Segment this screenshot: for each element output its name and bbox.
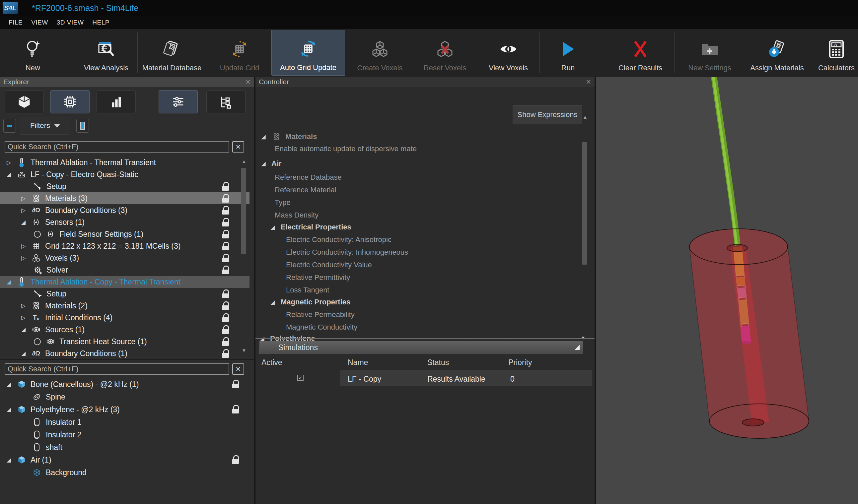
scroll-down-icon[interactable]: ▼ xyxy=(241,347,247,353)
column-header-priority[interactable]: Priority xyxy=(508,358,532,367)
tree-item[interactable]: ∂Ω Boundary Conditions (1) xyxy=(0,347,250,359)
tree-item[interactable]: Solver xyxy=(0,264,250,276)
menu-file[interactable]: FILE xyxy=(9,19,22,26)
column-header-status[interactable]: Status xyxy=(427,358,449,367)
radio-icon[interactable] xyxy=(34,231,41,238)
expand-icon[interactable] xyxy=(6,159,17,166)
material-database-button[interactable]: Material Database xyxy=(139,30,204,76)
auto-grid-update-button[interactable]: Auto Grid Update xyxy=(271,30,345,76)
tree-item[interactable]: Polyethylene - @2 kHz (3) xyxy=(0,403,250,416)
sim-name-cell[interactable]: LF - Copy xyxy=(348,375,381,384)
air-group[interactable]: Air xyxy=(261,159,282,168)
explorer-tab-analysis[interactable] xyxy=(97,90,136,113)
explorer-tab-simulation[interactable] xyxy=(50,90,90,113)
tree-item[interactable]: Transient Heat Source (1) xyxy=(0,336,250,347)
scroll-up-icon[interactable]: ▲ xyxy=(583,114,588,120)
view-analysis-button[interactable]: View Analysis xyxy=(76,30,136,76)
tree-item[interactable]: Insulator 1 xyxy=(0,416,250,428)
materials-group[interactable]: Materials xyxy=(261,132,317,141)
prop-label: Electric Conductivity Value xyxy=(286,261,372,269)
magnetic-properties-group[interactable]: Magnetic Properties xyxy=(271,298,350,306)
column-header-active[interactable]: Active xyxy=(261,358,282,367)
simulations-section-header[interactable]: Simulations xyxy=(259,341,583,354)
expand-icon[interactable] xyxy=(21,219,31,226)
lock-icon xyxy=(222,325,229,336)
collapse-all-button[interactable] xyxy=(3,119,16,133)
expand-icon[interactable] xyxy=(21,195,31,202)
expand-icon[interactable] xyxy=(21,243,31,250)
sim-priority-cell[interactable]: 0 xyxy=(510,375,514,384)
expand-icon[interactable] xyxy=(21,207,31,214)
assign-materials-button[interactable]: Assign Materials xyxy=(743,30,811,76)
tree-item[interactable]: Thermal Ablation - Thermal Transient xyxy=(0,157,250,168)
expand-icon[interactable] xyxy=(6,171,17,178)
tree-item[interactable]: Sources (1) xyxy=(0,324,250,336)
tree-item[interactable]: Materials (2) xyxy=(0,300,250,312)
scrollbar-thumb[interactable] xyxy=(241,168,246,254)
create-voxels-button[interactable]: Create Voxels xyxy=(349,30,411,76)
clear-results-button[interactable]: Clear Results xyxy=(608,30,673,76)
column-header-name[interactable]: Name xyxy=(348,358,368,367)
filters-button[interactable]: Filters xyxy=(20,117,70,135)
expand-icon[interactable] xyxy=(21,326,31,333)
tree-item[interactable]: shaft xyxy=(0,441,250,454)
tree-item[interactable]: Air (1) xyxy=(0,454,250,466)
expand-icon[interactable] xyxy=(6,381,17,388)
tree-item[interactable]: T₀ Initial Conditions (4) xyxy=(0,312,250,324)
tree-item[interactable]: Voxels (3) xyxy=(0,252,250,264)
view-voxels-button[interactable]: View Voxels xyxy=(479,30,538,76)
collapse-section-icon[interactable] xyxy=(574,345,579,350)
new-button[interactable]: New xyxy=(5,30,61,76)
menu-3d-view[interactable]: 3D VIEW xyxy=(57,19,84,26)
explorer-close-icon[interactable] xyxy=(245,78,251,86)
bar-chart-icon xyxy=(109,95,124,109)
explorer-tab-model[interactable] xyxy=(5,90,44,113)
tree-item[interactable]: LF - Copy - Electro Quasi-Static xyxy=(0,168,250,180)
menu-view[interactable]: VIEW xyxy=(31,19,48,26)
expand-icon[interactable] xyxy=(21,255,31,262)
tree-item[interactable]: Setup xyxy=(0,288,250,300)
lock-icon xyxy=(232,380,239,390)
scrollbar-thumb[interactable] xyxy=(582,142,587,265)
tree-item[interactable]: Insulator 2 xyxy=(0,428,250,441)
clear-materials-search-button[interactable] xyxy=(232,363,244,375)
cube-icon xyxy=(17,95,32,109)
expand-icon[interactable] xyxy=(21,314,31,321)
menu-help[interactable]: HELP xyxy=(92,19,110,26)
explorer-tab-controller[interactable] xyxy=(159,90,198,113)
panel-toggle-button[interactable] xyxy=(76,119,89,133)
tree-item-selected[interactable]: Materials (3) xyxy=(0,192,250,204)
tree-item[interactable]: Field Sensor Settings (1) xyxy=(0,228,250,240)
tree-item[interactable]: Setup xyxy=(0,180,250,192)
expand-icon[interactable] xyxy=(21,303,31,309)
quick-search-input[interactable] xyxy=(5,141,229,152)
section-divider xyxy=(255,338,594,339)
explorer-tab-hierarchy[interactable] xyxy=(206,90,245,113)
tree-item[interactable]: Grid 122 x 123 x 212 = 3.181 MCells (3) xyxy=(0,240,250,252)
run-button[interactable]: Run xyxy=(548,30,588,76)
update-grid-button[interactable]: Update Grid xyxy=(209,30,270,76)
clear-search-button[interactable] xyxy=(232,141,244,152)
tree-item-selected[interactable]: Thermal Ablation - Copy - Thermal Transi… xyxy=(0,276,250,288)
radio-icon[interactable] xyxy=(34,338,41,345)
tree-item[interactable]: Sensors (1) xyxy=(0,216,250,228)
scroll-up-icon[interactable]: ▲ xyxy=(241,159,247,164)
tree-item[interactable]: Background xyxy=(0,466,250,479)
expand-icon[interactable] xyxy=(6,406,17,413)
controller-close-icon[interactable] xyxy=(586,78,591,86)
show-expressions-button[interactable]: Show Expressions xyxy=(513,105,582,124)
tree-item[interactable]: ∂Ω Boundary Conditions (3) xyxy=(0,204,250,216)
scroll-down-icon[interactable]: ▼ xyxy=(581,335,586,341)
3d-viewport[interactable] xyxy=(596,77,858,504)
electrical-properties-group[interactable]: Electrical Properties xyxy=(271,223,351,231)
expand-icon[interactable] xyxy=(6,278,17,286)
tree-item[interactable]: Spine xyxy=(0,391,250,403)
tree-item[interactable]: Bone (Cancellous) - @2 kHz (1) xyxy=(0,378,250,391)
new-settings-button[interactable]: New Settings xyxy=(679,30,741,76)
expand-icon[interactable] xyxy=(21,350,31,357)
reset-voxels-button[interactable]: Reset Voxels xyxy=(414,30,476,76)
active-checkbox-checked[interactable] xyxy=(297,375,304,381)
calculators-button[interactable]: √x Calculators xyxy=(815,30,858,76)
materials-search-input[interactable] xyxy=(5,363,229,375)
expand-icon[interactable] xyxy=(6,457,17,464)
